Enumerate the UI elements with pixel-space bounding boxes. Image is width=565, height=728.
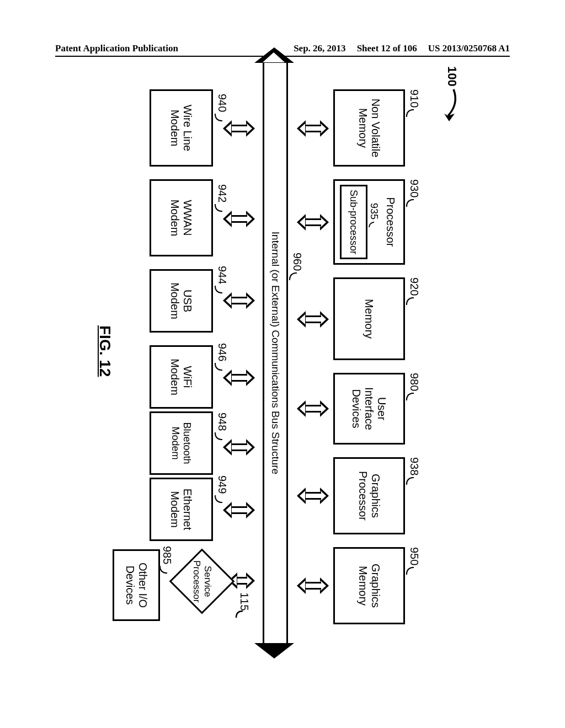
ref-115: 115 bbox=[238, 592, 250, 611]
block-sub-processor: Sub-processor bbox=[340, 185, 367, 259]
ref-946: 946 bbox=[216, 343, 228, 361]
arrow-icon bbox=[299, 311, 327, 328]
pub-number: US 2013/0250768 A1 bbox=[428, 43, 510, 54]
ref-920: 920 bbox=[408, 277, 420, 296]
arrow-icon bbox=[299, 120, 327, 137]
arrow-icon bbox=[299, 400, 327, 417]
block-bluetooth-modem: Bluetooth Modem bbox=[150, 411, 213, 475]
communications-bus: Internal (or External) Communications Bu… bbox=[263, 61, 288, 645]
arrow-icon bbox=[299, 577, 327, 594]
ref-948: 948 bbox=[216, 413, 228, 431]
block-service-processor: Service Processor bbox=[169, 549, 235, 614]
arrow-icon bbox=[225, 502, 253, 518]
block-graphics-memory: Graphics Memory bbox=[333, 547, 405, 624]
ref-938: 938 bbox=[408, 457, 420, 475]
ref-960: 960 bbox=[291, 253, 303, 271]
block-usb-modem: USB Modem bbox=[150, 269, 213, 333]
block-memory: Memory bbox=[333, 277, 405, 360]
ref-949: 949 bbox=[216, 475, 228, 494]
block-graphics-processor: Graphics Processor bbox=[333, 457, 405, 534]
ref-980: 980 bbox=[408, 373, 420, 391]
block-ethernet-modem: Ethernet Modem bbox=[150, 478, 213, 541]
block-wifi-modem: WiFi Modem bbox=[150, 345, 213, 409]
arrow-icon bbox=[225, 211, 253, 227]
bus-label: Internal (or External) Communications Bu… bbox=[269, 232, 281, 474]
figure-12-diagram: 100 910 Non Volatile Memory 930 Processo… bbox=[89, 61, 476, 645]
block-wire-line-modem: Wire Line Modem bbox=[150, 89, 213, 167]
ref-935: 935 bbox=[368, 203, 380, 220]
arrow-icon bbox=[225, 370, 253, 386]
arrow-icon bbox=[225, 120, 253, 137]
block-wwan-modem: WWAN Modem bbox=[150, 179, 213, 256]
figure-label: FIG. 12 bbox=[96, 325, 114, 377]
ref-930: 930 bbox=[408, 179, 420, 197]
block-non-volatile-memory: Non Volatile Memory bbox=[333, 89, 405, 167]
pub-type: Patent Application Publication bbox=[55, 43, 282, 54]
block-other-io-devices: Other I/O Devices bbox=[113, 549, 160, 621]
pub-date: Sep. 26, 2013 bbox=[294, 43, 345, 54]
block-user-interface-devices: User Interface Devices bbox=[333, 373, 405, 445]
arrow-icon bbox=[225, 292, 253, 309]
ref-985: 985 bbox=[161, 546, 173, 564]
ref-910: 910 bbox=[408, 89, 420, 108]
ref-942: 942 bbox=[216, 184, 228, 202]
arrow-icon bbox=[299, 214, 327, 231]
ref-944: 944 bbox=[216, 266, 228, 284]
arrow-icon bbox=[299, 488, 327, 504]
sheet-number: Sheet 12 of 106 bbox=[357, 43, 417, 54]
system-ref-number: 100 bbox=[445, 66, 459, 87]
ref-950: 950 bbox=[408, 547, 420, 565]
system-ref-arrow: 100 bbox=[445, 66, 459, 87]
ref-940: 940 bbox=[216, 94, 228, 112]
arrow-icon bbox=[225, 439, 253, 456]
